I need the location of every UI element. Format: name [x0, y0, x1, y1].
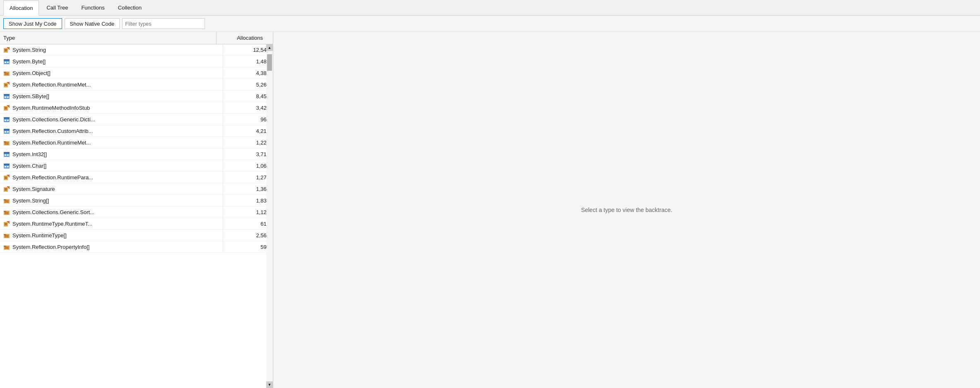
table-row[interactable]: System.Reflection.PropertyInfo[]596 — [0, 241, 273, 253]
table-row[interactable]: System.Reflection.RuntimePara...1,271 — [0, 172, 273, 183]
svg-rect-67 — [5, 224, 7, 225]
row-allocations-cell: 1,838 — [223, 198, 273, 204]
scrollbar: ▲ ▼ — [266, 44, 273, 388]
svg-rect-48 — [5, 177, 7, 178]
row-type-label: System.SByte[] — [12, 93, 49, 99]
svg-rect-46 — [4, 176, 8, 180]
svg-rect-37 — [5, 144, 9, 145]
svg-rect-55 — [4, 199, 6, 200]
row-type-cell: System.Int32[] — [0, 149, 223, 160]
table-row[interactable]: System.String12,540 — [0, 44, 273, 56]
row-allocations-cell: 1,223 — [223, 140, 273, 146]
toolbar: Show Just My Code Show Native Code — [0, 16, 980, 32]
table-row[interactable]: System.Byte[]1,483 — [0, 56, 273, 67]
table-row[interactable]: System.Reflection.RuntimeMet...5,260 — [0, 79, 273, 91]
svg-rect-77 — [5, 248, 9, 249]
svg-rect-50 — [4, 187, 8, 192]
table-row[interactable]: System.Collections.Generic.Sort...1,125 — [0, 207, 273, 218]
col-allocations-header: Allocations — [217, 32, 266, 44]
table-row[interactable]: System.Reflection.CustomAttrib...4,212 — [0, 125, 273, 137]
svg-rect-9 — [4, 72, 6, 73]
svg-rect-18 — [4, 94, 10, 96]
scroll-thumb[interactable] — [267, 54, 272, 71]
arrow-icon — [3, 47, 10, 53]
svg-rect-60 — [4, 211, 6, 212]
row-type-cell: System.Char[] — [0, 160, 223, 171]
row-type-label: System.String — [12, 47, 46, 53]
table-row[interactable]: System.RuntimeMethodInfoStub3,424 — [0, 102, 273, 114]
row-type-label: System.String[] — [12, 198, 49, 204]
svg-rect-56 — [5, 200, 9, 201]
svg-rect-21 — [4, 106, 8, 111]
row-type-cell: System.Reflection.RuntimeMet... — [0, 79, 223, 90]
folder-icon — [3, 209, 10, 216]
filter-types-input[interactable] — [122, 18, 205, 29]
svg-rect-71 — [5, 236, 9, 236]
scroll-up-button[interactable]: ▲ — [266, 44, 273, 51]
row-type-cell: System.RuntimeMethodInfoStub — [0, 102, 223, 113]
svg-rect-3 — [5, 51, 7, 51]
svg-rect-75 — [5, 247, 9, 247]
show-native-code-button[interactable]: Show Native Code — [65, 18, 120, 29]
tab-call-tree[interactable]: Call Tree — [41, 0, 74, 15]
svg-rect-2 — [5, 49, 7, 50]
tab-allocation[interactable]: Allocation — [3, 0, 39, 16]
svg-rect-62 — [5, 213, 9, 213]
svg-rect-26 — [4, 117, 10, 119]
backtrace-message: Select a type to view the backtrace. — [581, 207, 672, 213]
row-type-cell: System.String — [0, 44, 223, 55]
svg-rect-11 — [5, 74, 9, 74]
box-icon — [3, 93, 10, 100]
svg-rect-76 — [5, 248, 9, 248]
row-allocations-cell: 1,060 — [223, 163, 273, 169]
row-type-label: System.Reflection.CustomAttrib... — [12, 128, 93, 134]
row-allocations-cell: 4,381 — [223, 70, 273, 76]
row-type-cell: System.String[] — [0, 195, 223, 206]
arrow-icon — [3, 82, 10, 88]
row-allocations-cell: 3,424 — [223, 105, 273, 111]
table-row[interactable]: System.Signature1,368 — [0, 183, 273, 195]
row-type-label: System.Int32[] — [12, 151, 47, 157]
row-allocations-cell: 3,715 — [223, 151, 273, 157]
row-type-label: System.Collections.Generic.Sort... — [12, 209, 94, 215]
svg-rect-13 — [4, 83, 8, 87]
table-row[interactable]: System.RuntimeType.RuntimeT...615 — [0, 218, 273, 230]
svg-rect-19 — [5, 96, 6, 98]
svg-rect-45 — [7, 166, 9, 167]
svg-rect-20 — [7, 96, 9, 98]
table-row[interactable]: System.Reflection.RuntimeMet...1,223 — [0, 137, 273, 149]
svg-rect-63 — [5, 214, 9, 214]
tab-collection[interactable]: Collection — [112, 0, 147, 15]
box-icon — [3, 128, 10, 135]
svg-rect-72 — [5, 237, 9, 237]
folder-icon — [3, 198, 10, 204]
tab-functions[interactable]: Functions — [75, 0, 110, 15]
svg-rect-70 — [5, 235, 9, 236]
svg-rect-27 — [5, 120, 6, 121]
table-row[interactable]: System.Object[]4,381 — [0, 67, 273, 79]
table-row[interactable]: System.Collections.Generic.Dicti...965 — [0, 114, 273, 125]
svg-rect-69 — [4, 234, 6, 235]
table-row[interactable]: System.Int32[]3,715 — [0, 149, 273, 160]
row-type-label: System.RuntimeMethodInfoStub — [12, 105, 90, 111]
row-allocations-cell: 1,368 — [223, 186, 273, 192]
row-type-label: System.RuntimeType.RuntimeT... — [12, 221, 92, 227]
svg-rect-5 — [4, 59, 10, 61]
box-icon — [3, 151, 10, 158]
row-type-cell: System.SByte[] — [0, 91, 223, 102]
svg-rect-41 — [7, 154, 9, 156]
scroll-down-button[interactable]: ▼ — [266, 381, 273, 388]
row-type-cell: System.Byte[] — [0, 56, 223, 67]
svg-rect-52 — [5, 188, 7, 189]
row-allocations-cell: 12,540 — [223, 47, 273, 53]
show-my-code-button[interactable]: Show Just My Code — [3, 18, 62, 29]
row-allocations-cell: 1,125 — [223, 209, 273, 215]
row-type-label: System.Char[] — [12, 163, 46, 169]
row-type-label: System.Reflection.RuntimeMet... — [12, 140, 91, 146]
table-row[interactable]: System.RuntimeType[]2,566 — [0, 230, 273, 241]
row-type-cell: System.Object[] — [0, 67, 223, 79]
table-row[interactable]: System.SByte[]8,459 — [0, 91, 273, 102]
table-row[interactable]: System.String[]1,838 — [0, 195, 273, 207]
table-row[interactable]: System.Char[]1,060 — [0, 160, 273, 172]
col-type-header: Type — [0, 32, 217, 44]
